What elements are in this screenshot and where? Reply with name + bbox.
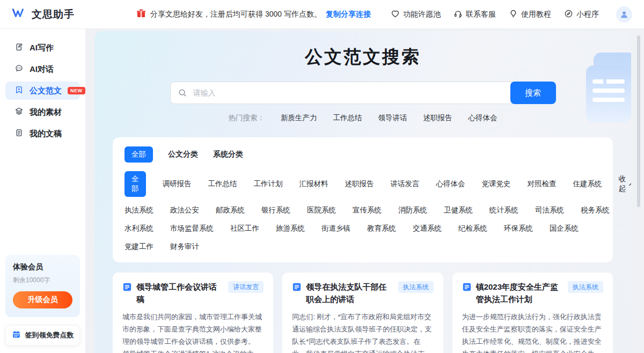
card-category-tag: 讲话发言	[228, 281, 264, 293]
filter-tag[interactable]: 统计系统	[489, 205, 518, 215]
filter-tag-all[interactable]: 全部	[125, 171, 146, 197]
filter-tag[interactable]: 街道乡镇	[321, 224, 350, 233]
sidebar-item-ai-chat[interactable]: AI对话	[5, 60, 80, 78]
collapse-toggle[interactable]: 收起	[619, 174, 632, 194]
sidebar-item-my-materials[interactable]: 我的素材	[5, 103, 80, 121]
filter-tag[interactable]: 述职报告	[345, 179, 374, 189]
hot-search-item[interactable]: 心得体会	[469, 113, 497, 123]
filter-tag[interactable]: 银行系统	[261, 205, 290, 215]
filter-tag[interactable]: 环保系统	[504, 224, 533, 233]
search-input[interactable]	[170, 82, 515, 104]
daily-signin-label: 签到领免费点数	[25, 330, 74, 340]
doc-pen-icon	[14, 42, 24, 53]
filter-tag[interactable]: 国企系统	[550, 224, 579, 233]
gift-icon	[136, 9, 146, 20]
filter-tag[interactable]: 司法系统	[535, 205, 564, 215]
draft-icon	[14, 128, 24, 139]
filter-tag[interactable]: 消防系统	[398, 205, 427, 215]
filter-tag[interactable]: 财务审计	[170, 242, 199, 252]
nav-wish-pool[interactable]: 功能许愿池	[391, 9, 441, 20]
filter-tag-row: 执法系统 政法公安 邮政系统 银行系统 医院系统 宣传系统 消防系统 卫健系统 …	[125, 205, 601, 215]
filter-type-all[interactable]: 全部	[125, 146, 153, 163]
hot-search-item[interactable]: 新质生产力	[281, 113, 317, 123]
filter-tag[interactable]: 汇报材料	[299, 179, 328, 189]
nav-label: 使用教程	[521, 10, 551, 19]
sidebar-item-my-drafts[interactable]: 我的文稿	[5, 124, 80, 143]
hot-search-item[interactable]: 工作总结	[333, 113, 362, 123]
filter-tag[interactable]: 医院系统	[307, 205, 336, 215]
nav-tutorial[interactable]: 使用教程	[509, 9, 551, 20]
card-excerpt: 同志们: 刚才，*宣布了市政府和局党组对市交通运输综合执法支队领导班子的任职决定…	[292, 311, 433, 353]
filter-tag[interactable]: 社区工作	[230, 224, 259, 233]
document-icon	[462, 282, 472, 306]
filter-tag[interactable]: 心得体会	[436, 179, 465, 189]
filter-tag[interactable]: 教育系统	[367, 224, 396, 233]
filter-tag[interactable]: 住建系统	[573, 179, 602, 189]
filter-tag[interactable]: 对照检查	[528, 179, 557, 189]
filter-tag[interactable]: 工作计划	[254, 179, 283, 189]
brand-name: 文思助手	[32, 8, 75, 21]
nav-mini-program[interactable]: 小程序	[564, 9, 599, 20]
filter-tag[interactable]: 执法系统	[125, 205, 153, 215]
hot-search-item[interactable]: 述职报告	[423, 113, 452, 123]
result-card[interactable]: 镇2023年度安全生产监管执法工作计划 执法系统 为进一步规范行政执法行为，强化…	[452, 273, 613, 353]
result-card[interactable]: 领导在执法支队干部任职会上的讲话 执法系统 同志们: 刚才，*宣布了市政府和局党…	[282, 273, 443, 353]
daily-signin-button[interactable]: 签到领免费点数	[5, 325, 80, 345]
brand[interactable]: 文思助手	[12, 8, 116, 21]
sidebar-item-document-samples[interactable]: 公文范文 NEW	[5, 82, 80, 100]
filter-tag[interactable]: 交通系统	[413, 224, 442, 233]
search-bar: 搜索	[170, 82, 556, 104]
nav-label: 联系客服	[466, 10, 496, 19]
filter-tag-row: 水利系统 市场监督系统 社区工作 旅游系统 街道乡镇 教育系统 交通系统 纪检系…	[125, 224, 601, 233]
remaining-words: 剩余10000字	[13, 276, 72, 285]
filter-tag[interactable]: 邮政系统	[216, 205, 245, 215]
chat-icon	[14, 64, 24, 75]
filter-type-document[interactable]: 公文分类	[168, 150, 198, 159]
sidebar-item-label: 公文范文	[30, 86, 62, 96]
calendar-icon	[12, 330, 21, 341]
upgrade-member-button[interactable]: 升级会员	[13, 291, 72, 308]
filter-tag[interactable]: 水利系统	[125, 224, 153, 233]
hot-search-item[interactable]: 领导讲话	[378, 113, 407, 123]
card-category-tag: 执法系统	[568, 281, 603, 293]
main-area: 公文范文搜索 搜索 热门搜索： 新质生产力 工作总结 领导讲话 述职报告	[86, 29, 644, 353]
compass-icon	[564, 9, 573, 20]
filter-tag[interactable]: 旅游系统	[276, 224, 305, 233]
filter-tag[interactable]: 政法公安	[170, 205, 199, 215]
document-icon	[292, 282, 302, 306]
filter-type-system[interactable]: 系统分类	[213, 150, 243, 159]
filter-tag[interactable]: 讲话发言	[391, 179, 420, 189]
result-card[interactable]: 领导城管工作会议讲话稿 讲话发言 城市是我们共同的家园，城市管理工作事关城市的形…	[113, 273, 273, 353]
filter-tag[interactable]: 调研报告	[163, 179, 192, 189]
heart-icon	[391, 9, 400, 20]
vertical-scrollbar[interactable]	[637, 35, 640, 207]
chevron-up-icon	[628, 180, 631, 188]
card-title: 领导城管工作会议讲话稿	[136, 281, 224, 306]
headset-icon	[453, 9, 463, 20]
nav-contact-support[interactable]: 联系客服	[453, 9, 496, 20]
card-title: 领导在执法支队干部任职会上的讲话	[306, 281, 393, 306]
filter-tag[interactable]: 党建工作	[125, 242, 153, 252]
search-button[interactable]: 搜索	[510, 82, 556, 104]
sidebar-item-label: AI写作	[30, 43, 54, 53]
copy-share-link[interactable]: 复制分享连接	[326, 10, 371, 19]
sidebar-item-label: 我的素材	[30, 107, 62, 117]
layers-icon	[14, 107, 24, 117]
user-avatar[interactable]	[616, 6, 632, 23]
search-hero: 公文范文搜索 搜索 热门搜索： 新质生产力 工作总结 领导讲话 述职报告	[94, 31, 631, 124]
sidebar-item-ai-writing[interactable]: AI写作	[5, 39, 80, 57]
filter-tag[interactable]: 宣传系统	[353, 205, 382, 215]
filter-tag[interactable]: 党课党史	[482, 179, 511, 189]
nav-label: 功能许愿池	[403, 10, 441, 19]
filter-tag[interactable]: 卫健系统	[444, 205, 473, 215]
w-logo-icon	[12, 8, 27, 20]
filter-tag[interactable]: 市场监督系统	[170, 224, 214, 233]
page-title: 公文范文搜索	[94, 45, 631, 69]
card-excerpt: 城市是我们共同的家园，城市管理工作事关城市的形象，下面是查字典范文网小编给大家整…	[122, 311, 264, 353]
promo-banner: 分享文思给好友，注册后均可获得 3000 写作点数。 复制分享连接	[116, 9, 391, 20]
filter-tag[interactable]: 纪检系统	[458, 224, 487, 233]
filter-tag[interactable]: 税务系统	[581, 205, 610, 215]
collapse-label: 收起	[619, 174, 626, 194]
bookmark-icon	[14, 85, 24, 96]
filter-tag[interactable]: 工作总结	[208, 179, 237, 189]
